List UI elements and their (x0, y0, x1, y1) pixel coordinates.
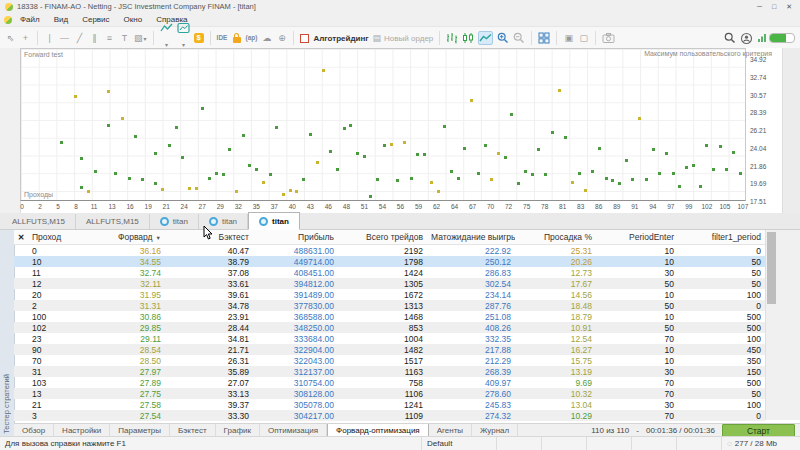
minimize-button[interactable]: ─ (757, 3, 762, 11)
text-tool-icon[interactable]: T (119, 28, 130, 48)
menu-item-Сервис[interactable]: Сервис (75, 14, 116, 25)
table-row-pass-103[interactable]: 10327.8927.07310754.00758409.979.6970500 (14, 377, 765, 388)
table-row-pass-23[interactable]: 2329.1134.81333684.001004332.3512.547010… (14, 333, 765, 344)
table-row-pass-12[interactable]: 1232.1133.61394812.001305302.5417.675050 (14, 278, 765, 289)
chart-tab-ALLFUTS,M15[interactable]: ALLFUTS,M15 (76, 214, 150, 229)
chart-tab-titan[interactable]: titan (248, 212, 300, 230)
column-header-drawdown[interactable]: Просадка % (515, 232, 596, 242)
zoom-in-icon[interactable] (497, 32, 509, 44)
column-header-trades[interactable]: Всего трейдов (338, 232, 427, 242)
chart-tab-ALLFUTS,M15[interactable]: ALLFUTS,M15 (2, 214, 76, 229)
cell-forward: 31.95 (95, 290, 165, 300)
profile-icon[interactable] (740, 32, 753, 45)
tile-windows-icon[interactable] (538, 32, 550, 44)
table-row-pass-102[interactable]: 10229.8528.44348250.00853408.2610.915050… (14, 322, 765, 333)
table-row-pass-0[interactable]: 036.1640.47488631.002192222.9225.31100 (14, 245, 765, 256)
cloud-icon[interactable]: ☁ (261, 28, 272, 48)
camera-icon[interactable] (602, 32, 615, 44)
search-icon[interactable] (724, 32, 736, 44)
cell-forward: 29.11 (95, 334, 165, 344)
scatter-point (463, 147, 466, 150)
table-row-pass-20[interactable]: 2031.9539.61391489.001672234.1414.561010… (14, 289, 765, 300)
table-row-pass-10[interactable]: 1034.5538.79449714.001798250.1220.261050 (14, 256, 765, 267)
table-row-pass-21[interactable]: 2127.5839.37305078.001241245.8313.043010… (14, 399, 765, 410)
table-row-pass-100[interactable]: 10030.8623.91368588.001468251.0818.79105… (14, 311, 765, 322)
new-order-button[interactable]: ▤Новый ордер (373, 33, 434, 43)
scatter-point (564, 136, 567, 139)
cursor-icon[interactable]: ⇖ (5, 28, 16, 48)
column-header-period_enter[interactable]: PeriodEnter (596, 232, 678, 242)
x-tick-label: 99 (685, 203, 692, 210)
cell-expectancy: 268.39 (427, 367, 515, 377)
maximize-button[interactable]: □ (772, 3, 776, 11)
x-tick-label: 37 (271, 203, 278, 210)
channel-icon[interactable]: ∥ (89, 28, 100, 48)
status-profile[interactable]: Default (421, 437, 496, 450)
menu-item-Вид[interactable]: Вид (47, 14, 75, 25)
status-memory: ◌277 / 28 Mb (721, 437, 800, 450)
tester-side-label: Тестер стратегий (2, 374, 11, 434)
zoom-out-icon[interactable] (513, 32, 525, 44)
scatter-point (322, 69, 325, 72)
trendline-icon[interactable]: ╱ (74, 28, 85, 48)
dropdown-arrow-icon[interactable]: ▾ (165, 42, 168, 48)
chart-tab-label: titan (173, 217, 188, 226)
cell-trades: 1106 (338, 389, 427, 399)
x-tick-label: 64 (451, 203, 458, 210)
table-scrollbar-thumb[interactable] (767, 232, 776, 304)
cell-filter1_period: 450 (678, 345, 765, 355)
table-row-pass-3[interactable]: 327.5433.30304217.001109274.3210.29700 (14, 410, 765, 421)
bars-chart-icon[interactable] (446, 32, 458, 44)
symbols-icon[interactable]: $ (194, 33, 204, 43)
table-row-pass-31[interactable]: 3127.9735.89312137.001163268.3913.193015… (14, 366, 765, 377)
lock-icon[interactable] (232, 32, 242, 44)
horizontal-line-icon[interactable]: ― (59, 28, 70, 48)
close-button[interactable]: ✕ (786, 3, 792, 11)
tester-side-strip[interactable]: Тестер стратегий (0, 230, 15, 437)
table-row-pass-2[interactable]: 231.3134.78377830.001313287.7618.48500 (14, 300, 765, 311)
x-tick-label: 51 (361, 203, 368, 210)
column-header-pass[interactable]: Проход (28, 232, 95, 242)
table-row-pass-70[interactable]: 7028.5026.31322043.001517212.2915.751035… (14, 355, 765, 366)
x-tick-label: 5 (56, 203, 60, 210)
column-header-filter1_period[interactable]: filter1_period (678, 232, 765, 242)
cell-trades: 1241 (338, 400, 427, 410)
globe-icon[interactable]: ⊕ (276, 28, 287, 48)
column-header-forward[interactable]: Форвард▼ (95, 232, 165, 242)
column-header-profit[interactable]: Прибыль (253, 232, 338, 242)
crosshair-icon[interactable]: + (20, 28, 31, 48)
cell-profit: 391489.00 (253, 290, 338, 300)
algotrading-toggle[interactable]: Алготрейдинг (300, 34, 368, 43)
status-cell (631, 437, 676, 450)
menu-item-Файл[interactable]: Файл (13, 14, 47, 25)
table-row-pass-11[interactable]: 1132.7437.08408451.001424286.8312.733050 (14, 267, 765, 278)
lock-body (233, 37, 241, 43)
table-row-pass-90[interactable]: 9028.5421.71322904.001482217.8816.271045… (14, 344, 765, 355)
chart-tab-titan[interactable]: titan (150, 214, 199, 229)
candles-chart-icon[interactable] (462, 32, 474, 44)
scatter-point (343, 127, 346, 130)
menu-item-Окно[interactable]: Окно (117, 14, 150, 25)
cell-forward: 34.55 (95, 257, 165, 267)
table-row-pass-13[interactable]: 1327.7533.13308128.001106278.6010.327050 (14, 388, 765, 399)
x-tick-label: 97 (667, 203, 674, 210)
undock-window-icon[interactable]: ▢ (578, 28, 589, 48)
column-header-label: Просадка % (544, 232, 592, 242)
vertical-line-icon[interactable]: ∣ (44, 28, 55, 48)
shapes-icon[interactable]: ▧▾ (134, 28, 147, 49)
scatter-point (195, 187, 198, 190)
scatter-point (107, 124, 110, 127)
api-icon[interactable]: (ap) (246, 28, 258, 48)
title-bar: 18338 - FINAM-AO - Netting - JSC Investm… (0, 0, 800, 13)
scatter-point (295, 190, 298, 193)
exclude-column-header[interactable]: ✕ (14, 233, 28, 242)
column-header-expectancy[interactable]: Матожидание выигрыша (427, 232, 515, 242)
line-chart-icon[interactable] (478, 31, 493, 45)
metaeditor-ide-icon[interactable]: IDE (217, 28, 228, 48)
dropdown-arrow-icon[interactable]: ▾ (182, 42, 185, 48)
cell-profit: 348250.00 (253, 323, 338, 333)
dropdown-arrow-icon[interactable]: ▾ (144, 36, 147, 42)
dock-window-icon[interactable]: ▣ (563, 28, 574, 48)
fibonacci-icon[interactable]: ≡ (104, 28, 115, 48)
x-tick-label: 102 (701, 203, 712, 210)
